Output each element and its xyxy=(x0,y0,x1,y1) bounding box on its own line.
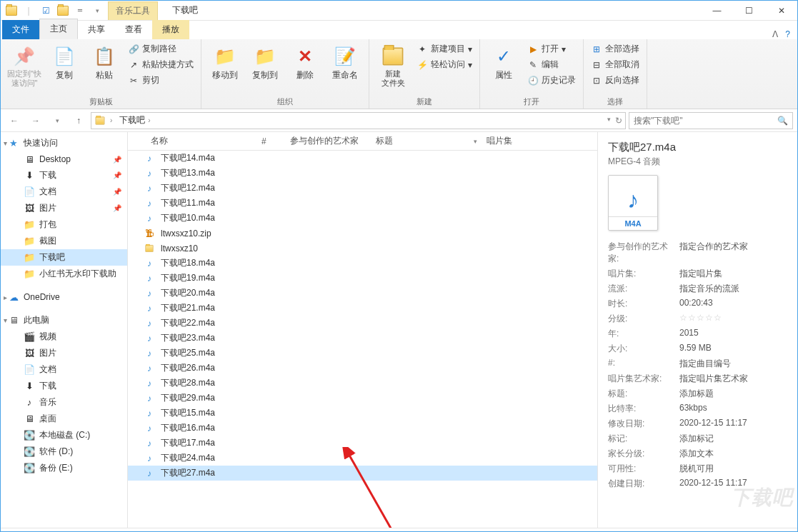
address-dropdown-icon[interactable]: ▾ xyxy=(607,116,611,126)
qat-equals-icon[interactable]: ＝ xyxy=(74,4,86,17)
file-row[interactable]: ♪下载吧10.m4a xyxy=(128,211,597,226)
back-button[interactable]: ← xyxy=(5,111,24,130)
address-field[interactable]: › 下载吧 › ▾ ↻ xyxy=(91,112,626,129)
file-row[interactable]: 🗜ltwxsxz10.zip xyxy=(128,226,597,241)
file-row[interactable]: ♪下载吧14.m4a xyxy=(128,151,597,166)
new-folder-button[interactable]: 新建 文件夹 xyxy=(375,42,411,88)
properties-button[interactable]: ✓属性 xyxy=(486,42,522,81)
cut-button[interactable]: ✂剪切 xyxy=(126,74,195,87)
prop-value[interactable]: 添加标记 xyxy=(679,433,787,445)
nav-item[interactable]: 📁小红书无水印下载助 xyxy=(1,266,127,282)
nav-item[interactable]: ♪音乐 xyxy=(1,394,127,411)
prop-value[interactable]: 2015 xyxy=(679,328,787,340)
close-button[interactable]: ✕ xyxy=(765,1,797,21)
prop-value[interactable]: 指定音乐的流派 xyxy=(679,283,787,295)
prop-value[interactable]: 指定唱片集 xyxy=(679,268,787,280)
prop-value[interactable]: 指定唱片集艺术家 xyxy=(679,373,787,385)
search-box[interactable]: 🔍 xyxy=(629,112,793,129)
tab-play[interactable]: 播放 xyxy=(152,20,189,39)
file-row[interactable]: ♪下载吧15.m4a xyxy=(128,406,597,421)
nav-onedrive[interactable]: ▸☁OneDrive xyxy=(1,289,127,305)
tab-share[interactable]: 共享 xyxy=(78,20,115,39)
file-row[interactable]: ♪下载吧25.m4a xyxy=(128,346,597,361)
qat-dropdown-icon[interactable]: ▾ xyxy=(91,4,104,17)
prop-value[interactable]: 9.59 MB xyxy=(679,343,787,355)
nav-item[interactable]: 💽本地磁盘 (C:) xyxy=(1,427,127,443)
column-name[interactable]: 名称 xyxy=(144,132,254,150)
new-item-button[interactable]: ✦新建项目 ▾ xyxy=(415,42,474,56)
file-row[interactable]: ♪下载吧18.m4a xyxy=(128,256,597,271)
prop-value[interactable]: 2020-12-15 11:17 xyxy=(679,418,787,430)
file-row[interactable]: ♪下载吧22.m4a xyxy=(128,316,597,331)
select-all-button[interactable]: ⊞全部选择 xyxy=(589,42,641,56)
nav-item[interactable]: 💽软件 (D:) xyxy=(1,443,127,460)
file-row[interactable]: ♪下载吧20.m4a xyxy=(128,286,597,301)
move-to-button[interactable]: 📁移动到 xyxy=(207,42,243,81)
nav-item[interactable]: 📁截图 xyxy=(1,233,127,249)
file-row[interactable]: ♪下载吧28.m4a xyxy=(128,376,597,391)
file-row[interactable]: ♪下载吧26.m4a xyxy=(128,361,597,376)
file-row[interactable]: ♪下载吧21.m4a xyxy=(128,301,597,316)
qat-checkbox-icon[interactable]: ☑ xyxy=(39,4,52,17)
chevron-down-icon[interactable]: ▾ xyxy=(474,138,477,145)
rename-button[interactable]: 📝重命名 xyxy=(327,42,363,81)
nav-item[interactable]: 🖼图片📌 xyxy=(1,200,127,216)
nav-item[interactable]: 💽备份 (E:) xyxy=(1,460,127,476)
column-number[interactable]: # xyxy=(254,132,283,150)
minimize-button[interactable]: — xyxy=(701,1,733,21)
breadcrumb-current[interactable]: 下载吧 › xyxy=(116,113,153,128)
delete-button[interactable]: ✕删除 xyxy=(287,42,323,81)
help-icon[interactable]: ? xyxy=(785,29,790,39)
nav-item[interactable]: 🖼图片 xyxy=(1,345,127,361)
nav-item[interactable]: 📄文档📌 xyxy=(1,184,127,200)
nav-item[interactable]: 🖥Desktop📌 xyxy=(1,151,127,167)
file-row[interactable]: ♪下载吧11.m4a xyxy=(128,196,597,211)
nav-item[interactable]: 📄文档 xyxy=(1,361,127,378)
file-row[interactable]: ♪下载吧29.m4a xyxy=(128,391,597,406)
edit-button[interactable]: ✎编辑 xyxy=(526,58,577,71)
refresh-button[interactable]: ↻ xyxy=(615,116,622,126)
column-album[interactable]: 唱片集 xyxy=(479,132,551,150)
file-row[interactable]: ♪下载吧12.m4a xyxy=(128,181,597,196)
prop-value[interactable]: 添加标题 xyxy=(679,388,787,400)
recent-dropdown[interactable]: ▾ xyxy=(48,111,66,130)
nav-item[interactable]: ⬇下载📌 xyxy=(1,167,127,184)
paste-button[interactable]: 📋粘贴 xyxy=(86,42,122,81)
prop-value[interactable]: 63kbps xyxy=(679,403,787,415)
file-row[interactable]: ♪下载吧19.m4a xyxy=(128,271,597,286)
maximize-button[interactable]: ☐ xyxy=(733,1,765,21)
file-rows[interactable]: ♪下载吧14.m4a♪下载吧13.m4a♪下载吧12.m4a♪下载吧11.m4a… xyxy=(128,151,597,528)
nav-item[interactable]: 🎬视频 xyxy=(1,328,127,345)
prop-value[interactable]: 添加文本 xyxy=(679,448,787,460)
column-title[interactable]: 标题▾ xyxy=(369,132,479,150)
prop-value[interactable]: 脱机可用 xyxy=(679,463,787,475)
easy-access-button[interactable]: ⚡轻松访问 ▾ xyxy=(415,58,474,71)
prop-value[interactable]: 00:20:43 xyxy=(679,298,787,310)
file-row[interactable]: ♪下载吧13.m4a xyxy=(128,166,597,181)
paste-shortcut-button[interactable]: ↗粘贴快捷方式 xyxy=(126,58,195,71)
ribbon-collapse[interactable]: ᐱ ? xyxy=(772,29,797,39)
copy-path-button[interactable]: 🔗复制路径 xyxy=(126,42,195,56)
tab-view[interactable]: 查看 xyxy=(115,20,152,39)
copy-to-button[interactable]: 📁复制到 xyxy=(247,42,283,81)
file-row[interactable]: ♪下载吧23.m4a xyxy=(128,331,597,346)
pin-to-quick-access-button[interactable]: 📌固定到"快 速访问" xyxy=(6,42,42,88)
tab-home[interactable]: 主页 xyxy=(39,19,78,39)
nav-item[interactable]: 📁打包 xyxy=(1,216,127,233)
history-button[interactable]: 🕘历史记录 xyxy=(526,74,577,87)
prop-value[interactable]: 指定合作的艺术家 xyxy=(679,241,787,265)
forward-button[interactable]: → xyxy=(26,111,45,130)
copy-button[interactable]: 📄复制 xyxy=(46,42,82,81)
navigation-pane[interactable]: ▾★快速访问 🖥Desktop📌⬇下载📌📄文档📌🖼图片📌📁打包📁截图📁下载吧📁小… xyxy=(1,132,128,528)
select-none-button[interactable]: ⊟全部取消 xyxy=(589,58,641,71)
qat-folder-icon[interactable] xyxy=(56,4,69,17)
nav-item[interactable]: 🖥桌面 xyxy=(1,411,127,427)
search-icon[interactable]: 🔍 xyxy=(777,116,788,126)
prop-value[interactable]: 指定曲目编号 xyxy=(679,358,787,370)
file-row[interactable]: ltwxsxz10 xyxy=(128,241,597,256)
search-input[interactable] xyxy=(634,116,777,126)
file-row[interactable]: ♪下载吧16.m4a xyxy=(128,421,597,436)
prop-value[interactable]: 2020-12-15 11:17 xyxy=(679,478,787,490)
nav-item[interactable]: 📁下载吧 xyxy=(1,249,127,266)
open-button[interactable]: ▶打开 ▾ xyxy=(526,42,577,56)
